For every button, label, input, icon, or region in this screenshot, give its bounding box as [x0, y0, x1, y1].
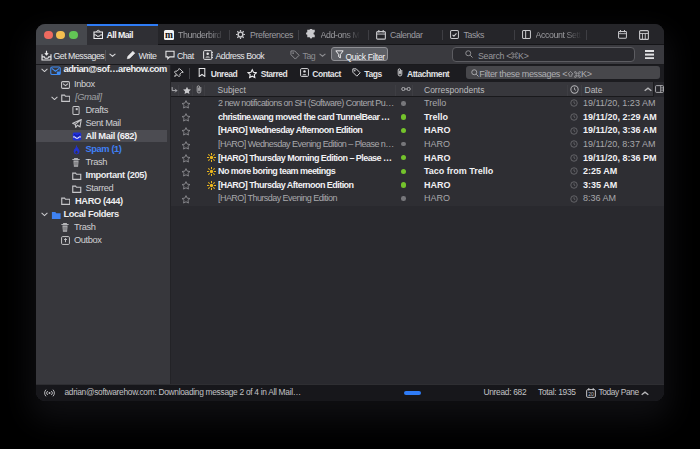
svg-text:20: 20 — [588, 391, 594, 397]
